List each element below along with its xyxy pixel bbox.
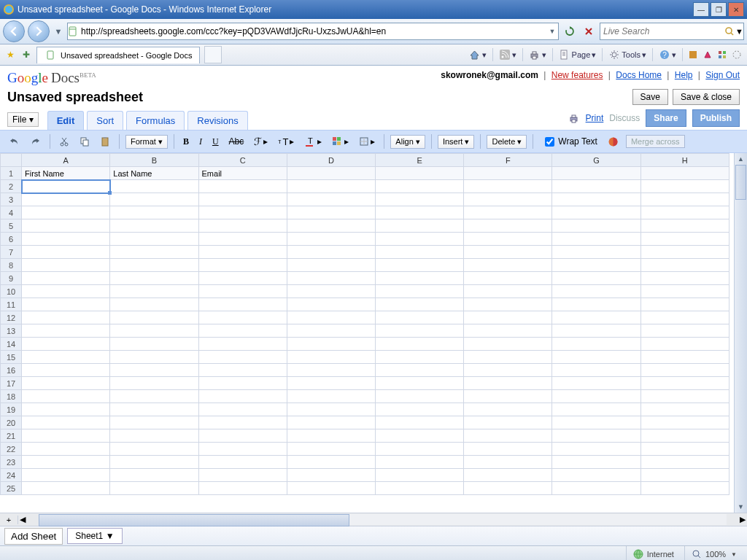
- cell[interactable]: [552, 482, 640, 495]
- cell[interactable]: [375, 206, 463, 219]
- cell[interactable]: [640, 443, 729, 456]
- text-color-button[interactable]: T▸: [301, 135, 325, 149]
- wrap-text-checkbox[interactable]: [545, 137, 554, 147]
- scroll-right-icon[interactable]: ▶: [738, 515, 747, 524]
- cell[interactable]: [640, 338, 729, 351]
- help-button[interactable]: ?▾: [657, 49, 678, 61]
- cell[interactable]: [287, 233, 375, 246]
- cell[interactable]: [375, 324, 463, 338]
- cell[interactable]: [375, 233, 463, 246]
- cell[interactable]: [464, 377, 552, 390]
- cell[interactable]: [198, 429, 287, 443]
- cell[interactable]: [287, 429, 375, 443]
- row-header[interactable]: 1: [1, 167, 22, 180]
- font-family-button[interactable]: ℱ▸: [251, 134, 271, 149]
- cell[interactable]: [198, 246, 287, 259]
- scroll-thumb[interactable]: [735, 165, 746, 200]
- sign-out-link[interactable]: Sign Out: [705, 70, 740, 80]
- cell[interactable]: [287, 259, 375, 272]
- cell[interactable]: [22, 403, 110, 416]
- cell[interactable]: [464, 219, 552, 233]
- cell[interactable]: [464, 390, 552, 403]
- row-header[interactable]: 12: [1, 311, 22, 324]
- cell[interactable]: [287, 219, 375, 233]
- cell[interactable]: [22, 272, 110, 285]
- cell[interactable]: [198, 233, 287, 246]
- add-favorites-icon[interactable]: ✚: [20, 49, 32, 61]
- col-header[interactable]: E: [375, 154, 463, 167]
- cell[interactable]: [110, 311, 198, 324]
- row-header[interactable]: 13: [1, 324, 22, 338]
- cell[interactable]: [22, 482, 110, 495]
- cell[interactable]: [287, 180, 375, 193]
- minimize-button[interactable]: —: [693, 2, 709, 17]
- borders-button[interactable]: ▸: [356, 135, 378, 148]
- font-size-button[interactable]: тT▸: [275, 135, 297, 149]
- cell[interactable]: [552, 364, 640, 377]
- cell[interactable]: [464, 416, 552, 429]
- cell[interactable]: [110, 377, 198, 390]
- cell[interactable]: [640, 377, 729, 390]
- row-header[interactable]: 8: [1, 259, 22, 272]
- cell[interactable]: [375, 403, 463, 416]
- col-header[interactable]: F: [464, 154, 552, 167]
- col-header[interactable]: G: [552, 154, 640, 167]
- cut-button[interactable]: [56, 135, 72, 148]
- cell[interactable]: [198, 219, 287, 233]
- cell[interactable]: [375, 482, 463, 495]
- cell[interactable]: [552, 429, 640, 443]
- cell[interactable]: [464, 246, 552, 259]
- selected-cell[interactable]: [22, 180, 110, 193]
- cell[interactable]: [552, 469, 640, 482]
- extension-icon-3[interactable]: [716, 49, 728, 61]
- undo-button[interactable]: [6, 135, 23, 148]
- cell[interactable]: [22, 311, 110, 324]
- cell[interactable]: [552, 377, 640, 390]
- cell[interactable]: [464, 456, 552, 469]
- cell[interactable]: [287, 456, 375, 469]
- cell[interactable]: [22, 456, 110, 469]
- cell[interactable]: [375, 338, 463, 351]
- cell[interactable]: [287, 324, 375, 338]
- extension-icon-1[interactable]: [687, 49, 699, 61]
- cell[interactable]: [110, 246, 198, 259]
- cell[interactable]: [640, 259, 729, 272]
- cell[interactable]: [110, 180, 198, 193]
- row-header[interactable]: 25: [1, 482, 22, 495]
- cell[interactable]: [640, 416, 729, 429]
- cell[interactable]: [110, 482, 198, 495]
- cell[interactable]: [375, 364, 463, 377]
- cell[interactable]: [464, 324, 552, 338]
- cell[interactable]: [552, 272, 640, 285]
- cell[interactable]: [552, 233, 640, 246]
- cell[interactable]: [552, 298, 640, 311]
- cell[interactable]: [22, 324, 110, 338]
- address-dropdown-icon[interactable]: ▼: [546, 28, 558, 35]
- cell[interactable]: Last Name: [110, 167, 198, 180]
- publish-button[interactable]: Publish: [692, 109, 740, 127]
- cell[interactable]: [198, 338, 287, 351]
- cell[interactable]: [375, 443, 463, 456]
- row-header[interactable]: 6: [1, 233, 22, 246]
- cell[interactable]: [552, 285, 640, 298]
- cell[interactable]: [375, 167, 463, 180]
- cell[interactable]: [640, 324, 729, 338]
- cell[interactable]: [287, 443, 375, 456]
- row-header[interactable]: 24: [1, 469, 22, 482]
- format-menu[interactable]: Format ▾: [125, 135, 168, 149]
- scroll-left-icon[interactable]: ◀: [18, 515, 27, 524]
- cell[interactable]: [110, 443, 198, 456]
- cell[interactable]: [198, 443, 287, 456]
- cell[interactable]: [198, 469, 287, 482]
- row-header[interactable]: 9: [1, 272, 22, 285]
- cell[interactable]: [110, 469, 198, 482]
- cell[interactable]: [198, 311, 287, 324]
- col-header[interactable]: B: [110, 154, 198, 167]
- cell[interactable]: Email: [198, 167, 287, 180]
- stop-button[interactable]: [581, 23, 597, 39]
- add-rows-icon[interactable]: +: [0, 516, 18, 524]
- cell[interactable]: [287, 403, 375, 416]
- col-header[interactable]: D: [287, 154, 375, 167]
- cell[interactable]: [198, 416, 287, 429]
- cell[interactable]: [464, 206, 552, 219]
